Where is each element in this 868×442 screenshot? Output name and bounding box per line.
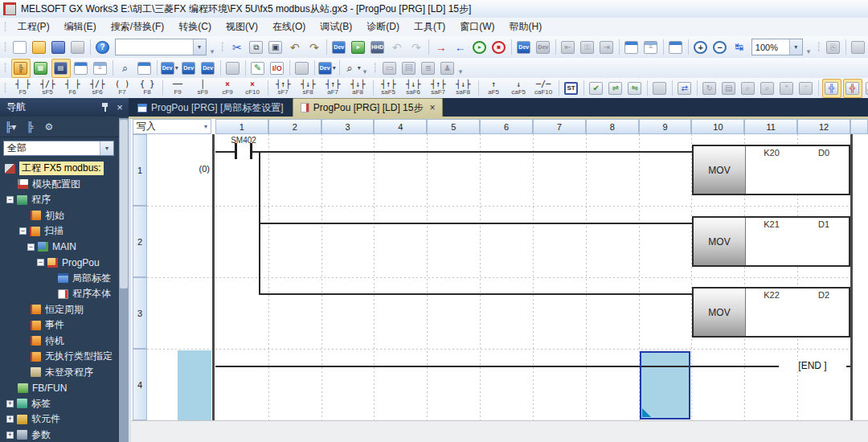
- device-comment-batch-button[interactable]: Dev▾: [161, 59, 178, 77]
- tree-item-14[interactable]: FB/FUN: [0, 380, 119, 396]
- comment-display-disabled-button[interactable]: [224, 59, 242, 77]
- device-batch-monitor-button[interactable]: Dev: [515, 39, 533, 56]
- tree-item-2[interactable]: −程序: [0, 192, 119, 208]
- verify-with-plc-button[interactable]: HHD: [369, 39, 387, 56]
- invert-operation-result-button[interactable]: ─/─caF10: [531, 79, 556, 97]
- edit-mode-check-button[interactable]: ✔: [588, 80, 605, 97]
- instruction-box-mov-0[interactable]: MOVK20D0: [692, 145, 850, 195]
- window-switch-button[interactable]: 回: [400, 59, 418, 77]
- dropdown-arrow-icon[interactable]: ▾: [358, 64, 361, 72]
- operand-source[interactable]: K22: [745, 290, 798, 300]
- tree-item-17[interactable]: +参数: [0, 428, 119, 442]
- pin-icon[interactable]: [100, 102, 109, 113]
- dropdown-arrow-icon[interactable]: ▾: [100, 141, 113, 155]
- tree-item-0[interactable]: 工程 FX5 modbus:: [0, 161, 119, 177]
- vertical-line-button[interactable]: │sF9: [190, 79, 215, 97]
- undo-disabled-button[interactable]: ↶: [388, 39, 406, 56]
- cut-button[interactable]: ✂: [228, 39, 246, 56]
- toolbar-overflow-chevron-icon[interactable]: ▾: [211, 47, 215, 58]
- zoom-out-button[interactable]: −: [711, 39, 729, 56]
- io-check-button[interactable]: I/O: [268, 59, 286, 77]
- menu-item-2[interactable]: 搜索/替换(F): [104, 18, 172, 36]
- document-tab-0[interactable]: ProgPou [PRG] [局部标签设置]: [130, 100, 291, 117]
- tree-item-6[interactable]: −ProgPou: [0, 255, 119, 271]
- list-display-button[interactable]: ≣: [420, 59, 437, 77]
- clipboard-tool-button[interactable]: ⎘: [825, 39, 842, 56]
- rising-pulse-branch-button[interactable]: ┤↑├aF7: [321, 79, 346, 97]
- connection-destination-button[interactable]: ▦: [32, 59, 50, 77]
- operand-destination[interactable]: D0: [799, 148, 849, 158]
- navigation-scrollbar[interactable]: [119, 118, 129, 442]
- pulse-result-button[interactable]: ↓caF5: [506, 79, 531, 97]
- convert-button[interactable]: →: [432, 39, 450, 56]
- zoom-combo[interactable]: 100%▾: [751, 39, 803, 55]
- user-authentication-button[interactable]: ⚿: [579, 39, 596, 56]
- open-branch-button[interactable]: ┤ ├F6: [60, 79, 85, 97]
- edit-redo-ladder-button[interactable]: ↻: [701, 80, 719, 97]
- print-button[interactable]: [69, 39, 87, 56]
- operand-destination[interactable]: D2: [799, 290, 849, 300]
- operand-source[interactable]: K20: [745, 148, 798, 158]
- falling-pulse-close-button[interactable]: ┤↓├saF6: [401, 79, 426, 97]
- read-from-plc-button[interactable]: ▸: [350, 39, 367, 56]
- redo-button[interactable]: ↷: [305, 39, 323, 56]
- module-configuration-button[interactable]: ▤: [51, 59, 71, 78]
- find-in-window-button[interactable]: [136, 59, 154, 77]
- work-window-2-button[interactable]: ≡: [92, 59, 109, 77]
- toolbar-overflow-chevron-icon[interactable]: ▾: [459, 68, 463, 78]
- end-instruction[interactable]: [END ]: [779, 360, 846, 371]
- tree-item-3[interactable]: 初始: [0, 208, 119, 224]
- monitor-stop-button[interactable]: ■: [490, 39, 508, 56]
- rising-pulse-close-button[interactable]: ┤↑├saF5: [376, 79, 401, 97]
- collapse-icon[interactable]: −: [37, 259, 44, 266]
- dropdown-arrow-icon[interactable]: ▾: [175, 64, 178, 72]
- find-document-1-button[interactable]: ⌕: [739, 80, 757, 97]
- ladder-jump-next-button[interactable]: ⇥: [598, 39, 616, 56]
- invert-result-button[interactable]: ↑aF5: [481, 79, 506, 97]
- menu-item-8[interactable]: 工具(T): [407, 18, 452, 36]
- help-button[interactable]: ?: [94, 39, 112, 56]
- find-button[interactable]: ⌕: [117, 59, 134, 77]
- menu-item-5[interactable]: 在线(O): [265, 18, 313, 36]
- navigation-window-button[interactable]: ╠: [11, 59, 31, 78]
- tree-item-10[interactable]: 事件: [0, 317, 119, 334]
- dropdown-arrow-icon[interactable]: ▾: [789, 39, 802, 55]
- monitor-start-button[interactable]: ▸: [471, 39, 489, 56]
- new-project-button[interactable]: [11, 39, 29, 56]
- tree-item-11[interactable]: 待机: [0, 334, 119, 350]
- menu-item-1[interactable]: 编辑(E): [57, 18, 104, 36]
- collapse-icon[interactable]: −: [27, 244, 35, 251]
- device-monitor-disabled-button[interactable]: Dev: [534, 39, 552, 56]
- menu-item-10[interactable]: 帮助(H): [502, 18, 550, 36]
- menu-item-4[interactable]: 视图(V): [219, 18, 265, 36]
- close-branch-button[interactable]: ┤/├sF6: [85, 79, 110, 97]
- tree-item-8[interactable]: 程序本体: [0, 286, 119, 302]
- tree-item-9[interactable]: 恒定周期: [0, 302, 119, 318]
- device-comment-edit-button[interactable]: Dev: [180, 59, 198, 77]
- tree-display-setting-button[interactable]: ╠▾: [2, 119, 18, 135]
- falling-pulse-close-branch-button[interactable]: ┤↓├saF8: [451, 79, 476, 97]
- menu-item-6[interactable]: 调试(B): [313, 18, 359, 36]
- convert-all-button[interactable]: ←: [452, 39, 469, 56]
- document-tab-1[interactable]: ProgPou [PRG] [LD] 15步×: [293, 98, 444, 117]
- tab-close-icon[interactable]: ×: [429, 102, 435, 113]
- wire-blue-insert-button[interactable]: ⇄: [676, 80, 694, 97]
- find-device-a-button[interactable]: A⌕: [864, 80, 868, 97]
- wire-read-button[interactable]: ⇋: [626, 80, 644, 97]
- menu-item-3[interactable]: 转换(C): [171, 18, 219, 36]
- ladder-editor[interactable]: 写入▾1234567891011121(0)234(14)SM402MOVK20…: [131, 119, 868, 420]
- zoom-in-button[interactable]: +: [692, 39, 710, 56]
- inline-st-box-button[interactable]: ST: [563, 80, 580, 97]
- monitor-window-button[interactable]: [667, 39, 685, 56]
- search-tool-button[interactable]: ⌕▾: [343, 59, 361, 77]
- statement-edit-button[interactable]: ✎: [249, 59, 267, 77]
- paste-button[interactable]: ▣: [267, 39, 285, 56]
- statement-list-button[interactable]: ▤: [720, 80, 738, 97]
- instruction-box-mov-1[interactable]: MOVK21D1: [692, 216, 850, 267]
- redo-disabled-button[interactable]: ↷: [407, 39, 425, 56]
- operand-destination[interactable]: D1: [799, 219, 849, 229]
- open-project-button[interactable]: [31, 39, 48, 56]
- disabled-tool-button[interactable]: [293, 59, 311, 77]
- expand-icon[interactable]: +: [6, 415, 14, 423]
- dropdown-arrow-icon[interactable]: ▾: [193, 39, 206, 55]
